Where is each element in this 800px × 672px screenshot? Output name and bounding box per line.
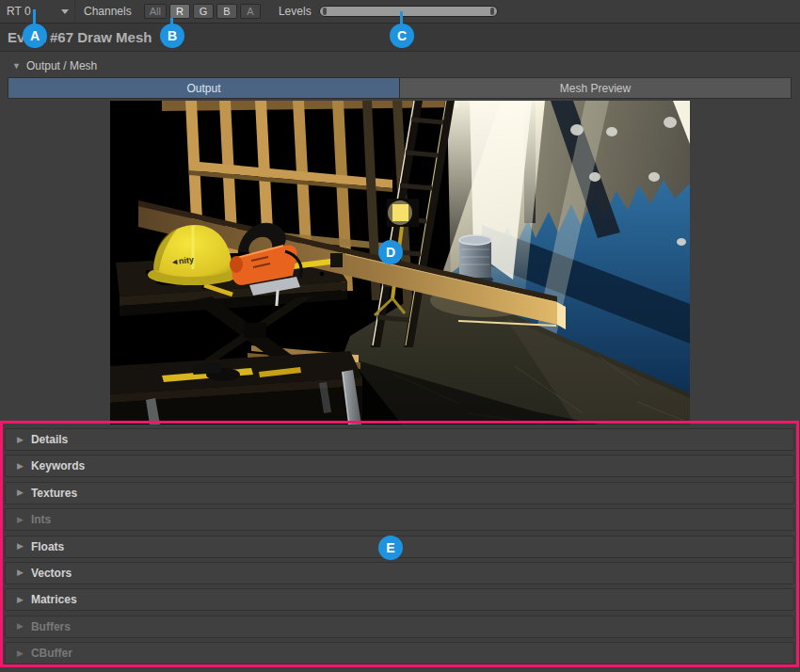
section-label: Matrices [31,593,77,606]
section-label: Ints [31,513,51,526]
shader-property-sections: ▶Details ▶Keywords ▶Textures ▶Ints ▶Floa… [5,428,794,669]
section-label: Vectors [31,567,72,580]
levels-slider-min-handle[interactable] [323,8,327,15]
render-target-dropdown[interactable]: RT 0 [0,0,75,23]
preview-tab-bar: Output Mesh Preview [8,77,792,99]
section-label: Keywords [31,459,85,472]
channel-button-g[interactable]: G [193,4,214,19]
section-cbuffer: ▶CBuffer [5,642,794,664]
tab-output[interactable]: Output [8,78,399,98]
section-label: Floats [31,540,64,553]
section-buffers: ▶Buffers [5,616,794,638]
tab-mesh-preview[interactable]: Mesh Preview [400,78,791,98]
render-target-value: RT 0 [7,5,31,18]
section-keywords[interactable]: ▶Keywords [5,455,794,477]
foldout-collapsed-icon: ▶ [17,516,24,524]
section-textures[interactable]: ▶Textures [5,482,794,504]
toolbar: RT 0 Channels All R G B A Levels [0,0,800,24]
section-details[interactable]: ▶Details [5,428,794,451]
channel-button-a[interactable]: A [240,4,261,19]
levels-label: Levels [279,5,312,18]
channel-button-group: All R G B A [144,4,261,19]
channel-button-all[interactable]: All [144,4,167,19]
foldout-collapsed-icon: ▶ [17,436,24,444]
foldout-expanded-icon: ▼ [12,62,21,71]
foldout-collapsed-icon: ▶ [17,568,24,577]
section-label: Buffers [31,620,71,633]
foldout-collapsed-icon: ▶ [17,488,24,497]
channels-label: Channels [84,5,132,18]
foldout-collapsed-icon: ▶ [17,462,24,471]
foldout-collapsed-icon: ▶ [17,649,24,658]
foldout-collapsed-icon: ▶ [17,622,24,631]
event-title: Event #67 Draw Mesh [0,24,800,51]
section-ints: ▶Ints [5,508,794,531]
foldout-collapsed-icon: ▶ [17,596,24,604]
chevron-down-icon [61,9,69,14]
section-vectors[interactable]: ▶Vectors [5,562,794,584]
foldout-collapsed-icon: ▶ [17,542,24,551]
channel-button-r[interactable]: R [169,4,190,19]
channel-button-b[interactable]: B [216,4,237,19]
output-preview-image: ◄nity [110,101,690,424]
section-label: Details [31,433,68,446]
output-mesh-foldout-label: Output / Mesh [26,59,97,72]
section-matrices[interactable]: ▶Matrices [5,588,794,611]
section-floats[interactable]: ▶Floats [5,536,794,558]
section-label: Textures [31,487,77,500]
levels-slider-max-handle[interactable] [490,8,494,15]
levels-minmax-slider[interactable] [319,6,498,17]
output-mesh-foldout[interactable]: ▼ Output / Mesh [0,56,800,75]
section-label: CBuffer [31,647,72,660]
